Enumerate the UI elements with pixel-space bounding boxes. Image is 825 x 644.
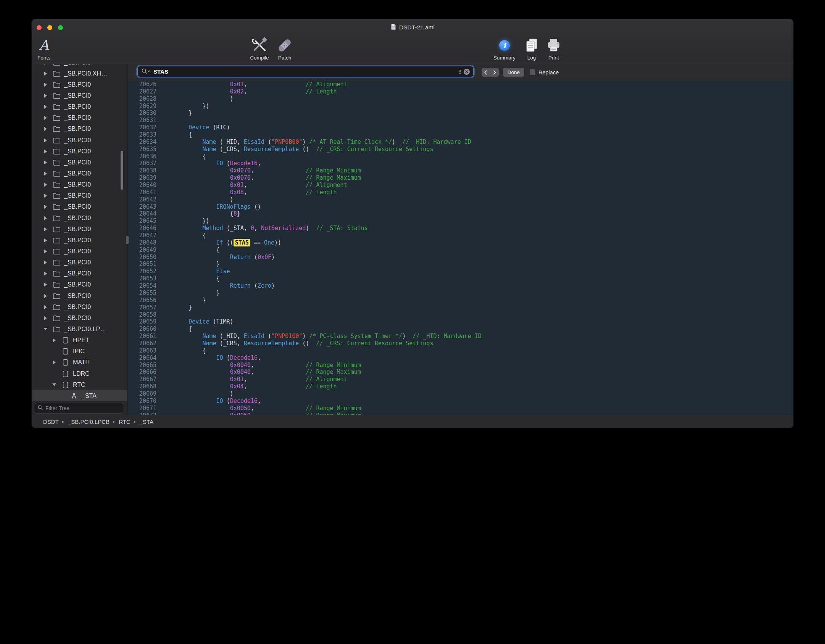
- disclosure-right-icon[interactable]: [41, 194, 50, 198]
- tree-item-_SB.PCI0[interactable]: _SB.PCI0: [32, 301, 127, 312]
- log-button[interactable]: Log: [524, 37, 539, 61]
- disclosure-right-icon[interactable]: [41, 250, 50, 253]
- disclosure-right-icon[interactable]: [50, 361, 59, 364]
- disclosure-right-icon[interactable]: [41, 72, 50, 76]
- disclosure-down-icon[interactable]: [41, 328, 50, 330]
- search-field[interactable]: 3: [137, 66, 474, 77]
- code-line: 20632 Device (RTC): [127, 124, 793, 131]
- disclosure-right-icon[interactable]: [41, 305, 50, 309]
- breadcrumb-item[interactable]: _SB.PCI0.LPCB: [68, 419, 110, 425]
- compile-tools-icon: [251, 37, 268, 54]
- disclosure-right-icon[interactable]: [41, 83, 50, 87]
- tree-item-_SB.PCI0[interactable]: _SB.PCI0: [32, 213, 127, 224]
- disclosure-right-icon[interactable]: [41, 127, 50, 131]
- filter-input[interactable]: [45, 405, 121, 412]
- tree-item-_SB.PCI0[interactable]: _SB.PCI0: [32, 190, 127, 201]
- code-line: 20663 {: [127, 347, 793, 354]
- breadcrumb-item[interactable]: RTC: [119, 419, 131, 425]
- done-button[interactable]: Done: [503, 68, 524, 77]
- splitter-handle[interactable]: [126, 236, 129, 244]
- search-input[interactable]: [153, 68, 456, 75]
- replace-checkbox[interactable]: [530, 69, 535, 75]
- code-line: 20664 IO (Decode16,: [127, 354, 793, 362]
- tree-item-label: _SB.PCI0.LP…: [64, 326, 106, 333]
- tree-item-_SB.PCI0[interactable]: _SB.PCI0: [32, 290, 127, 301]
- disclosure-right-icon[interactable]: [41, 183, 50, 187]
- disclosure-right-icon[interactable]: [41, 94, 50, 98]
- breadcrumb-separator-icon: ▸: [113, 419, 115, 424]
- previous-match-button[interactable]: [482, 68, 490, 77]
- tree-item-_SB.PCI0[interactable]: _SB.PCI0: [32, 124, 127, 135]
- breadcrumb-item[interactable]: DSDT: [43, 419, 59, 425]
- next-match-button[interactable]: [490, 68, 499, 77]
- clear-search-icon[interactable]: [464, 69, 470, 75]
- tree-item-_SB.PCI0[interactable]: _SB.PCI0: [32, 101, 127, 113]
- line-number: 20629: [127, 103, 161, 110]
- code-line: 20643 IRQNoFlags (): [127, 203, 793, 211]
- disclosure-right-icon[interactable]: [41, 272, 50, 275]
- disclosure-right-icon[interactable]: [41, 172, 50, 175]
- tree-item-label: _SB.PCI0: [64, 248, 91, 255]
- tree-item-_SB.PCI0[interactable]: _SB.PCI0: [32, 201, 127, 213]
- filter-field[interactable]: [35, 403, 123, 414]
- tree-item-_SB.PCI0[interactable]: _SB.PCI0: [32, 179, 127, 190]
- sidebar-scrollbar[interactable]: [121, 151, 123, 190]
- tree-item-RTC[interactable]: RTC: [32, 379, 127, 390]
- disclosure-down-icon[interactable]: [50, 383, 59, 386]
- disclosure-right-icon[interactable]: [41, 238, 50, 242]
- tree-item-_SB.PCI0.XH…[interactable]: _SB.PCI0.XH…: [32, 68, 127, 79]
- folder-icon: [52, 64, 61, 67]
- code-line: 20659 Device (TIMR): [127, 318, 793, 325]
- tree-item-_SB.PCI0[interactable]: _SB.PCI0: [32, 279, 127, 290]
- app-window: DSDT-21.aml Fonts Compile: [32, 19, 793, 428]
- tree-item-LDRC[interactable]: LDRC: [32, 368, 127, 379]
- disclosure-right-icon[interactable]: [41, 261, 50, 264]
- disclosure-right-icon[interactable]: [50, 338, 59, 342]
- disclosure-right-icon[interactable]: [41, 316, 50, 320]
- tree-item-_SB.PCI0[interactable]: _SB.PCI0: [32, 146, 127, 157]
- fonts-button[interactable]: Fonts: [37, 37, 50, 61]
- tree-item-_SB.PCI0[interactable]: _SB.PCI0: [32, 168, 127, 179]
- tree-item-_SB.PCI0[interactable]: _SB.PCI0: [32, 90, 127, 101]
- summary-button[interactable]: Summary: [493, 37, 516, 61]
- folder-icon: [52, 236, 61, 245]
- disclosure-right-icon[interactable]: [41, 227, 50, 231]
- tree-item-HPET[interactable]: HPET: [32, 335, 127, 346]
- tree-item-_SB.PCI0[interactable]: _SB.PCI0: [32, 157, 127, 168]
- code-line: 20634 Name (_HID, EisaId ("PNP0B00") /* …: [127, 138, 793, 146]
- disclosure-right-icon[interactable]: [41, 205, 50, 209]
- tree-item-_SB.PCI0[interactable]: _SB.PCI0: [32, 113, 127, 124]
- code-line: 20646 Method (_STA, 0, NotSerialized) //…: [127, 225, 793, 232]
- compile-button[interactable]: Compile: [250, 37, 269, 61]
- tree-item-_SB.PCI0[interactable]: _SB.PCI0: [32, 246, 127, 257]
- line-number: 20657: [127, 304, 161, 311]
- code-editor[interactable]: 20626 0x01, // Alignment20627 0x02, // L…: [127, 81, 793, 415]
- code-line: 20642 ): [127, 196, 793, 203]
- disclosure-right-icon[interactable]: [41, 105, 50, 109]
- tree-item-_SB.PCI0[interactable]: _SB.PCI0: [32, 268, 127, 279]
- tree-item-IPIC[interactable]: IPIC: [32, 346, 127, 357]
- print-button[interactable]: Print: [546, 37, 561, 61]
- tree-item-_SB.PCI0[interactable]: _SB.PCI0: [32, 257, 127, 268]
- tree-item-_SB.PCI0[interactable]: _SB.PCI0: [32, 235, 127, 246]
- tree-item-MATH[interactable]: MATH: [32, 357, 127, 368]
- code-text: IO (Decode16,: [161, 160, 261, 167]
- disclosure-right-icon[interactable]: [41, 116, 50, 120]
- tree-item-_SB.PCI0[interactable]: _SB.PCI0: [32, 135, 127, 146]
- tree-item-_SB.PCI0.LP…[interactable]: _SB.PCI0.LP…: [32, 324, 127, 335]
- breadcrumb-item[interactable]: _STA: [140, 419, 153, 425]
- tree-item-_STA[interactable]: _STA: [32, 390, 127, 401]
- disclosure-right-icon[interactable]: [41, 138, 50, 142]
- disclosure-right-icon[interactable]: [41, 283, 50, 287]
- disclosure-right-icon[interactable]: [41, 216, 50, 220]
- disclosure-right-icon[interactable]: [41, 150, 50, 153]
- tree-item-_SB.PCI0[interactable]: _SB.PCI0: [32, 224, 127, 235]
- tree-item-_SB.PCI0[interactable]: _SB.PCI0: [32, 79, 127, 90]
- code-text: 0x0040, // Range Minimum: [161, 362, 361, 369]
- print-printer-icon: [546, 37, 561, 54]
- tree-item-_SB.PCI0[interactable]: _SB.PCI0: [32, 312, 127, 324]
- disclosure-right-icon[interactable]: [41, 294, 50, 298]
- patch-button[interactable]: Patch: [276, 37, 293, 61]
- tree-item-_SB.PCI0[interactable]: _SB.PCI0: [32, 64, 127, 68]
- disclosure-right-icon[interactable]: [41, 161, 50, 164]
